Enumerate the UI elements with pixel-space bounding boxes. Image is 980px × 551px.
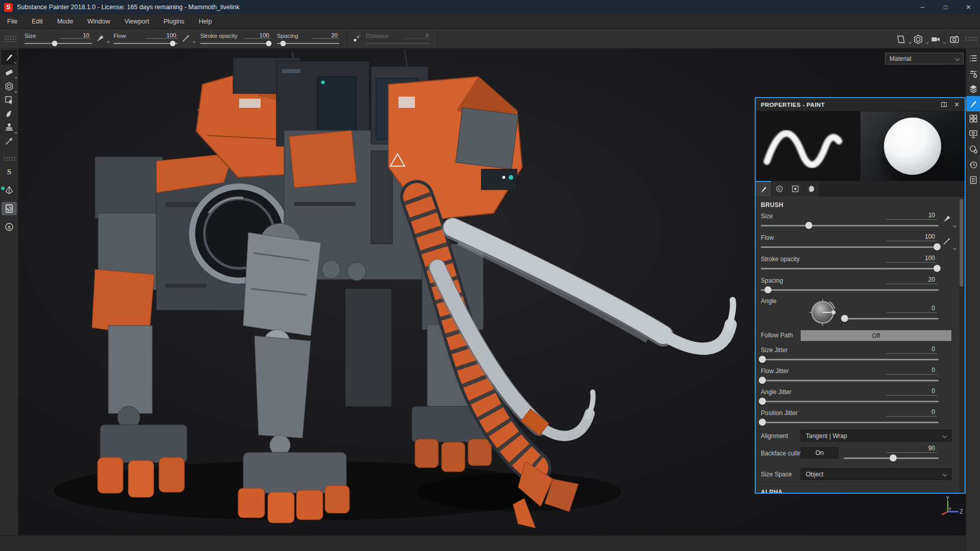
menu-viewport[interactable]: Viewport — [117, 14, 156, 29]
size-space-dropdown[interactable]: Object — [801, 468, 951, 480]
eraser-tool-button[interactable] — [2, 65, 17, 79]
history-icon[interactable] — [966, 157, 980, 172]
tab-brush[interactable] — [756, 181, 772, 196]
panel-header[interactable]: PROPERTIES - PAINT ✕ — [756, 98, 965, 111]
stroke-opacity-label: Stroke opacity — [761, 256, 800, 263]
menu-edit[interactable]: Edit — [25, 14, 50, 29]
size-pressure-icon[interactable] — [942, 214, 957, 227]
stroke-opacity-value[interactable]: 100 — [886, 255, 937, 263]
menu-mode[interactable]: Mode — [50, 14, 80, 29]
dock-panel-icon[interactable] — [940, 101, 948, 108]
toolbar-spacing-value[interactable]: 20 — [313, 32, 339, 39]
size-slider[interactable] — [761, 222, 939, 229]
backface-culling-toggle[interactable]: On — [801, 447, 838, 458]
camera-mode-icon[interactable] — [930, 34, 941, 45]
size-jitter-value[interactable]: 0 — [886, 346, 937, 354]
dock-grip[interactable] — [965, 36, 977, 41]
backface-culling-value[interactable]: 90 — [886, 445, 937, 453]
angle-slider[interactable] — [843, 315, 939, 322]
scrollbar-thumb[interactable] — [960, 199, 963, 287]
toolbar-flow-value[interactable]: 100 — [146, 32, 178, 39]
angle-jitter-value[interactable]: 0 — [886, 387, 937, 396]
size-value[interactable]: 10 — [886, 212, 937, 220]
maximize-button[interactable]: □ — [934, 0, 957, 14]
split-view-icon[interactable] — [966, 111, 980, 126]
properties-paint-panel: PROPERTIES - PAINT ✕ BRUS — [755, 97, 966, 494]
tab-alpha-pattern[interactable] — [772, 181, 787, 196]
backface-culling-label: Backface culling — [761, 450, 805, 457]
material-picker-tool-button[interactable] — [2, 134, 17, 148]
toolbar-stroke-opacity-slider[interactable] — [200, 43, 271, 44]
backface-culling-slider[interactable] — [844, 454, 939, 462]
menu-file[interactable]: File — [0, 14, 25, 29]
follow-path-label: Follow Path — [761, 332, 793, 339]
close-button[interactable]: ✕ — [957, 0, 980, 14]
toolbar-stroke-opacity-label: Stroke opacity — [200, 33, 238, 39]
flow-pressure-icon[interactable] — [942, 236, 957, 249]
position-jitter-slider[interactable] — [761, 419, 939, 426]
clone-tool-button[interactable] — [2, 121, 17, 134]
render-cube-icon[interactable] — [913, 34, 924, 45]
geometry-plugin-button[interactable] — [2, 183, 17, 197]
toolbar-spacing-label: Spacing — [277, 33, 298, 39]
toolbar-separator-4 — [945, 31, 945, 47]
brush-preview-area — [756, 111, 965, 181]
substance-share-button[interactable] — [2, 220, 17, 234]
axis-x-label: x — [949, 506, 951, 511]
toolbar-size-value[interactable]: 10 — [59, 32, 91, 39]
polygon-fill-tool-button[interactable] — [2, 94, 17, 107]
log-icon[interactable] — [966, 173, 980, 187]
spacing-slider[interactable] — [761, 286, 939, 293]
substance-source-button[interactable] — [2, 165, 17, 178]
spacing-value[interactable]: 20 — [886, 276, 937, 284]
alignment-dropdown[interactable]: Tangent | Wrap — [801, 430, 951, 442]
toolbar-flow-label: Flow — [113, 33, 126, 39]
toolbar-separator-2 — [346, 31, 347, 47]
chevron-down-icon — [943, 433, 947, 438]
properties-paint-icon[interactable] — [966, 96, 980, 111]
screenshot-camera-icon[interactable] — [949, 34, 960, 45]
angle-dial[interactable] — [807, 296, 838, 328]
menu-plugins[interactable]: Plugins — [156, 14, 192, 29]
angle-jitter-slider[interactable] — [761, 398, 939, 405]
resources-updater-button[interactable] — [2, 202, 17, 215]
brush-toolbar: Size 10 Flow 100 Stroke opacity 100 Spac… — [0, 29, 980, 49]
size-jitter-slider[interactable] — [761, 356, 939, 363]
angle-value[interactable]: 0 — [886, 305, 937, 313]
size-pressure-icon[interactable] — [95, 33, 105, 43]
paint-tool-button[interactable] — [2, 50, 17, 64]
smudge-tool-button[interactable] — [2, 107, 17, 121]
texture-set-list-icon[interactable] — [966, 51, 980, 65]
flow-jitter-label: Flow Jitter — [761, 368, 789, 375]
position-jitter-value[interactable]: 0 — [886, 408, 937, 417]
projection-tool-button[interactable] — [2, 80, 17, 93]
follow-path-toggle[interactable]: Off — [801, 330, 951, 341]
material-dropdown[interactable]: Material — [885, 53, 964, 64]
toolbar-flow-slider[interactable] — [113, 43, 178, 44]
toolbar-size-slider[interactable] — [25, 43, 92, 44]
tools-rail-grip[interactable] — [3, 156, 15, 160]
toolbar-stroke-opacity-value[interactable]: 100 — [244, 32, 271, 39]
toolbar-spacing-slider[interactable] — [277, 43, 339, 44]
display-settings-icon[interactable] — [966, 127, 980, 141]
toolbar-grip[interactable] — [4, 35, 17, 42]
texture-set-settings-icon[interactable] — [966, 66, 980, 81]
viewport-plane-icon[interactable] — [895, 34, 906, 45]
flow-jitter-value[interactable]: 0 — [886, 366, 937, 375]
tab-material[interactable] — [803, 181, 819, 196]
minimize-button[interactable]: ─ — [911, 0, 934, 14]
menu-window[interactable]: Window — [80, 14, 117, 29]
flow-jitter-slider[interactable] — [761, 377, 939, 384]
layers-icon[interactable] — [966, 82, 980, 96]
stroke-opacity-slider[interactable] — [761, 265, 939, 272]
brush-section-header: BRUSH — [761, 201, 783, 209]
panel-close-icon[interactable]: ✕ — [954, 101, 960, 108]
menu-help[interactable]: Help — [192, 14, 219, 29]
flow-value[interactable]: 100 — [886, 233, 937, 241]
material-preview — [860, 111, 965, 181]
panel-scrollbar[interactable] — [959, 196, 964, 493]
flow-slider[interactable] — [761, 243, 939, 250]
flow-pressure-icon[interactable] — [181, 33, 191, 43]
tab-stencil[interactable] — [787, 181, 803, 196]
shader-settings-icon[interactable] — [966, 142, 980, 156]
